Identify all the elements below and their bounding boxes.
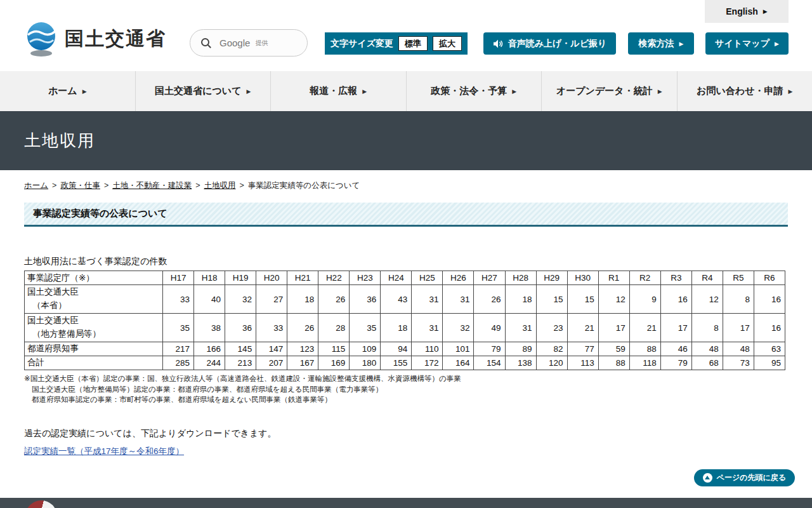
table-cell: 48 (723, 342, 754, 356)
back-to-top-label: ページの先頭に戻る (717, 472, 786, 483)
table-row-label: 国土交通大臣（本省） (25, 285, 163, 314)
font-size-large-button[interactable]: 拡大 (433, 36, 462, 51)
nav-item-contact[interactable]: お問い合わせ・申請 ▶ (677, 71, 812, 111)
footnote-line: 都道府県知事認定の事業：市町村等の事業、都道府県域を超えない民間事業（鉄道事業等… (24, 394, 788, 405)
nav-label: オープンデータ・統計 (556, 85, 653, 97)
nav-label: 報道・広報 (310, 85, 357, 97)
global-nav: ホーム ▶ 国土交通省について ▶ 報道・広報 ▶ 政策・法令・予算 ▶ オープ… (0, 71, 812, 111)
english-label: English (726, 6, 758, 17)
table-row-label: 国土交通大臣（地方整備局等） (25, 314, 163, 342)
nav-item-press[interactable]: 報道・広報 ▶ (270, 71, 406, 111)
table-cell: 43 (381, 285, 412, 314)
table-cell: 48 (691, 342, 723, 356)
table-cell: 115 (318, 342, 350, 356)
download-link[interactable]: 認定実績一覧（平成17年度～令和6年度） (24, 446, 184, 457)
table-cell: 31 (505, 314, 536, 342)
table-year-header: R5 (723, 271, 754, 285)
table-year-header: H19 (225, 271, 256, 285)
table-cell: 36 (225, 314, 256, 342)
table-year-header: H27 (474, 271, 505, 285)
table-year-header: R6 (754, 271, 785, 285)
table-cell: 35 (350, 314, 381, 342)
table-cell: 77 (567, 342, 598, 356)
chevron-right-icon: ▶ (775, 41, 779, 47)
table-cell: 46 (660, 342, 691, 356)
nav-item-policy[interactable]: 政策・法令・予算 ▶ (406, 71, 542, 111)
table-year-header: H28 (505, 271, 536, 285)
breadcrumb-link-policy[interactable]: 政策・仕事 (60, 181, 100, 190)
table-cell: 32 (225, 285, 256, 314)
table-cell: 16 (660, 285, 691, 314)
section-heading: 事業認定実績等の公表について (24, 203, 788, 227)
nav-item-home[interactable]: ホーム ▶ (0, 71, 135, 111)
table-cell: 101 (443, 342, 474, 356)
breadcrumb-link-land[interactable]: 土地・不動産・建設業 (112, 181, 192, 190)
table-cell: 120 (536, 356, 567, 370)
table-cell: 73 (723, 356, 754, 370)
nav-item-about[interactable]: 国土交通省について ▶ (135, 71, 271, 111)
table-cell: 31 (443, 285, 474, 314)
table-year-header: H17 (163, 271, 194, 285)
table-cell: 31 (412, 314, 443, 342)
table-cell: 172 (412, 356, 443, 370)
mlit-logo[interactable]: 国土交通省 (24, 20, 166, 57)
page-title: 土地収用 (24, 130, 95, 152)
back-to-top-button[interactable]: ページの先頭に戻る (694, 469, 795, 486)
breadcrumb-link-home[interactable]: ホーム (24, 181, 48, 190)
download-description: 過去の認定実績については、下記よりダウンロードできます。 (24, 428, 788, 439)
table-cell: 164 (443, 356, 474, 370)
table-cell: 138 (505, 356, 536, 370)
table-cell: 145 (225, 342, 256, 356)
table-year-header: H26 (443, 271, 474, 285)
table-row: 国土交通大臣（地方整備局等）35383633262835183132493123… (25, 314, 785, 342)
speaker-icon (493, 39, 503, 48)
table-cell: 17 (660, 314, 691, 342)
search-input[interactable]: Google 提供 (190, 29, 308, 57)
table-row-label: 都道府県知事 (25, 342, 163, 356)
up-arrow-icon (703, 473, 712, 483)
table-cell: 38 (194, 314, 225, 342)
chevron-right-icon: ▶ (788, 88, 792, 95)
table-year-header: H22 (318, 271, 350, 285)
footer (0, 498, 812, 508)
table-cell: 155 (381, 356, 412, 370)
table-cell: 79 (660, 356, 691, 370)
audio-readout-button[interactable]: 音声読み上げ・ルビ振り (483, 32, 616, 55)
table-row: 国土交通大臣（本省）334032271826364331312618151512… (25, 285, 785, 314)
search-icon (200, 37, 212, 49)
breadcrumb-current: 事業認定実績等の公表について (248, 181, 360, 190)
search-provided-label: 提供 (255, 39, 268, 48)
table-corner-header: 事業認定庁（※） (25, 271, 163, 285)
font-size-label: 文字サイズ変更 (331, 38, 393, 50)
table-footnotes: ※国土交通大臣（本省）認定の事業：国、独立行政法人等（高速道路会社、鉄道建設・運… (24, 373, 788, 405)
table-cell: 33 (163, 285, 194, 314)
table-cell: 32 (443, 314, 474, 342)
table-cell: 89 (505, 342, 536, 356)
table-cell: 166 (194, 342, 225, 356)
table-year-header: H23 (350, 271, 381, 285)
font-size-standard-button[interactable]: 標準 (398, 36, 428, 51)
main-content: 土地収用法に基づく事業認定の件数 事業認定庁（※） H17H18H19H20H2… (24, 256, 788, 457)
table-cell: 8 (691, 314, 723, 342)
table-cell: 9 (629, 285, 660, 314)
footnote-line: 国土交通大臣（地方整備局等）認定の事業：都道府県の事業、都道府県域を超える民間事… (24, 384, 788, 395)
table-cell: 49 (474, 314, 505, 342)
table-caption: 土地収用法に基づく事業認定の件数 (24, 256, 788, 267)
table-cell: 88 (629, 342, 660, 356)
breadcrumb-link-expropriation[interactable]: 土地収用 (204, 181, 236, 190)
page-title-banner: 土地収用 (0, 111, 812, 170)
nav-item-opendata[interactable]: オープンデータ・統計 ▶ (541, 71, 677, 111)
mlit-logo-icon (24, 20, 58, 57)
table-cell: 17 (598, 314, 629, 342)
english-button[interactable]: English ▶ (705, 0, 789, 23)
table-year-header: H30 (567, 271, 598, 285)
sitemap-button[interactable]: サイトマップ ▶ (705, 32, 789, 55)
table-cell: 79 (474, 342, 505, 356)
chevron-right-icon: ▶ (512, 88, 516, 95)
table-cell: 26 (287, 314, 318, 342)
table-cell: 88 (598, 356, 629, 370)
table-cell: 109 (350, 342, 381, 356)
nav-label: 国土交通省について (155, 85, 241, 97)
font-size-widget: 文字サイズ変更 標準 拡大 (325, 32, 468, 55)
search-method-button[interactable]: 検索方法 ▶ (628, 32, 694, 55)
